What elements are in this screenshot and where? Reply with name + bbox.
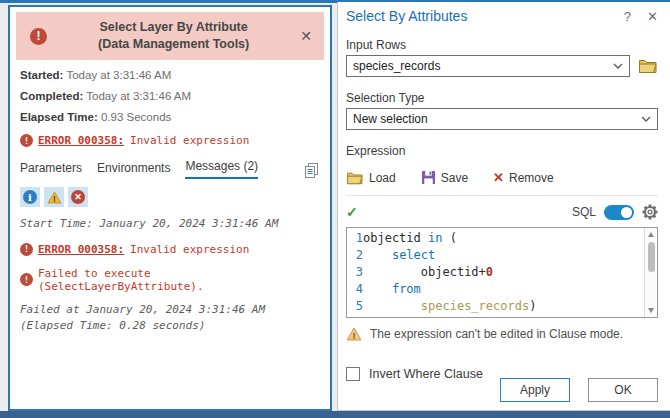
message-start-time: Start Time: January 20, 2024 3:31:46 AM <box>20 216 320 232</box>
copy-messages-icon[interactable] <box>303 162 320 179</box>
svg-text:!: ! <box>53 193 56 203</box>
elapsed-row: Elapsed Time: 0.93 Seconds <box>20 111 320 123</box>
scroll-down-icon[interactable] <box>648 308 654 313</box>
select-by-attributes-pane: Select By Attributes ? ✕ Input Rows spec… <box>337 2 670 411</box>
sql-mode-row: ✓ SQL <box>346 195 658 220</box>
code-line: 4 from <box>347 281 644 298</box>
sql-editor-lines: 1objectid in (2 select3 objectid+04 from… <box>347 228 644 317</box>
code-line: 1objectid in ( <box>347 230 644 247</box>
tab-parameters[interactable]: Parameters <box>20 161 82 179</box>
help-icon[interactable]: ? <box>624 9 631 24</box>
dialog-tabs: Parameters Environments Messages (2) <box>20 159 320 179</box>
error-dialog-title: Select Layer By Attribute (Data Manageme… <box>47 19 300 54</box>
browse-folder-icon[interactable] <box>638 58 658 74</box>
error-icon: ! <box>20 134 33 147</box>
selection-type-combo[interactable]: New selection <box>346 108 658 130</box>
filter-warning-button[interactable]: ! <box>44 187 64 207</box>
ok-button[interactable]: OK <box>588 378 658 402</box>
input-rows-combo[interactable]: species_records <box>346 55 630 77</box>
completed-row: Completed: Today at 3:31:46 AM <box>20 90 320 102</box>
pane-header: Select By Attributes ? ✕ <box>338 2 670 24</box>
selection-type-label: Selection Type <box>346 91 658 105</box>
app-status-bar <box>0 411 670 418</box>
valid-check-icon: ✓ <box>346 204 358 220</box>
scrollbar-thumb[interactable] <box>648 242 655 272</box>
error-icon: ! <box>20 273 33 286</box>
warning-icon: ! <box>47 191 62 204</box>
pane-title: Select By Attributes <box>346 8 467 24</box>
started-row: Started: Today at 3:31:46 AM <box>20 69 320 81</box>
checkbox-box[interactable] <box>346 367 360 381</box>
clause-mode-warning: ! The expression can't be edited in Clau… <box>346 327 658 341</box>
chevron-down-icon <box>641 116 651 122</box>
folder-icon <box>346 171 364 185</box>
message-failed: ! Failed to execute (SelectLayerByAttrib… <box>20 267 320 293</box>
tab-messages[interactable]: Messages (2) <box>185 159 258 179</box>
remove-x-icon: ✕ <box>493 170 504 185</box>
close-icon[interactable]: ✕ <box>647 9 658 24</box>
error-icon: ! <box>20 243 33 256</box>
tab-environments[interactable]: Environments <box>97 161 170 179</box>
svg-text:!: ! <box>353 331 356 341</box>
code-line: 5 species_records) <box>347 298 644 315</box>
checkbox-label: Invert Where Clause <box>369 367 483 381</box>
code-line: 3 objectid+0 <box>347 264 644 281</box>
sql-expression-editor[interactable]: 1objectid in (2 select3 objectid+04 from… <box>346 227 658 318</box>
apply-button[interactable]: Apply <box>500 378 570 402</box>
chevron-down-icon <box>613 63 623 69</box>
code-line: 2 select <box>347 247 644 264</box>
error-x-icon: ✕ <box>71 190 85 204</box>
sql-mode-toggle[interactable] <box>604 205 634 220</box>
save-expression-button[interactable]: Save <box>421 170 468 185</box>
scroll-up-icon[interactable] <box>648 232 654 237</box>
error-dialog: ! Select Layer By Attribute (Data Manage… <box>8 5 332 411</box>
expression-toolbar: Load Save ✕ Remove <box>346 170 658 185</box>
input-rows-label: Input Rows <box>346 38 658 52</box>
message-error: ! ERROR 000358: Invalid expression <box>20 243 320 256</box>
gear-icon[interactable] <box>642 204 658 220</box>
editor-scrollbar[interactable] <box>644 228 657 317</box>
message-failed-time: Failed at January 20, 2024 3:31:46 AM (E… <box>20 302 320 334</box>
info-icon: i <box>23 190 37 204</box>
filter-info-button[interactable]: i <box>20 187 40 207</box>
expression-label: Expression <box>346 144 658 158</box>
load-expression-button[interactable]: Load <box>346 171 396 185</box>
save-disk-icon <box>421 170 436 185</box>
error-summary: ! ERROR 000358: Invalid expression <box>20 134 320 147</box>
close-icon[interactable]: ✕ <box>300 28 312 44</box>
error-icon: ! <box>30 28 47 45</box>
remove-expression-button[interactable]: ✕ Remove <box>493 170 554 185</box>
message-filters: i ! ✕ <box>20 187 320 207</box>
warning-icon: ! <box>346 327 362 341</box>
sql-label: SQL <box>572 205 596 219</box>
filter-error-button[interactable]: ✕ <box>68 187 88 207</box>
error-dialog-header: ! Select Layer By Attribute (Data Manage… <box>16 12 324 60</box>
